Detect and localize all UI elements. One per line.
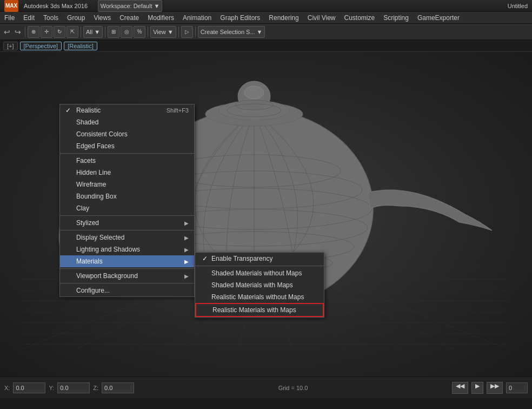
- menu-views[interactable]: Views: [89, 12, 115, 23]
- toolbar-sep-3: [105, 27, 105, 37]
- y-input[interactable]: [57, 382, 90, 393]
- menu-animation[interactable]: Animation: [178, 12, 216, 23]
- ctx-display-selected[interactable]: Display Selected ▶: [60, 232, 194, 243]
- ctx-sep-3: [60, 230, 194, 230]
- selection-dropdown[interactable]: Create Selection S... ▼: [198, 26, 265, 38]
- max-logo: MAX: [4, 0, 18, 12]
- ctx-materials[interactable]: Materials ▶: [60, 255, 194, 267]
- ctx-facets[interactable]: Facets: [60, 155, 194, 167]
- ctx-realistic-with-maps[interactable]: Realistic Materials with Maps: [195, 303, 324, 317]
- viewport-3d[interactable]: ✓ Realistic Shift+F3 Shaded Consistent C…: [0, 52, 532, 377]
- ctx-configure[interactable]: Configure...: [60, 285, 194, 296]
- view-dropdown[interactable]: View ▼: [150, 26, 176, 38]
- menu-civil-view[interactable]: Civil View: [303, 12, 340, 23]
- ctx-wireframe[interactable]: Wireframe: [60, 179, 194, 190]
- menu-edit[interactable]: Edit: [19, 12, 39, 23]
- ctx-stylized[interactable]: Stylized ▶: [60, 217, 194, 229]
- menu-modifiers[interactable]: Modifiers: [143, 12, 178, 23]
- title-bar-right: Untitled: [508, 2, 528, 10]
- bottom-bar: X: Y: Z: Grid = 10.0 ◀◀ ▶ ▶▶: [0, 377, 532, 398]
- ctx-clay[interactable]: Clay: [60, 202, 194, 214]
- play-btn[interactable]: ▶: [471, 382, 483, 394]
- grid-label: Grid = 10.0: [278, 385, 308, 391]
- undo-button[interactable]: ↩: [2, 27, 12, 37]
- ctx-lighting-shadows[interactable]: Lighting and Shadows ▶: [60, 243, 194, 255]
- menu-customize[interactable]: Customize: [340, 12, 380, 23]
- menu-rendering[interactable]: Rendering: [264, 12, 303, 23]
- context-menu-materials: ✓ Enable Transparency Shaded Materials w…: [195, 252, 324, 318]
- timeline-btn[interactable]: ◀◀: [452, 382, 468, 394]
- ctx-realistic[interactable]: ✓ Realistic Shift+F3: [60, 104, 194, 116]
- toolbar-sep-2: [81, 27, 81, 37]
- menu-tools[interactable]: Tools: [39, 12, 63, 23]
- ctx-hidden-line[interactable]: Hidden Line: [60, 167, 194, 179]
- menu-bar: File Edit Tools Group Views Create Modif…: [0, 12, 532, 24]
- ctx-realistic-no-maps[interactable]: Realistic Materials without Maps: [195, 291, 324, 303]
- viewport-perspective-label[interactable]: [Perspective]: [20, 42, 62, 50]
- ctx-sep-5: [60, 283, 194, 283]
- ctx-mat-sep-1: [195, 266, 324, 266]
- forward-btn[interactable]: ▶▶: [487, 382, 503, 394]
- z-label: Z:: [93, 385, 98, 391]
- redo-button[interactable]: ↪: [13, 27, 23, 37]
- select-button[interactable]: ⊕: [28, 26, 39, 38]
- ctx-enable-transparency[interactable]: ✓ Enable Transparency: [195, 253, 324, 265]
- untitled-label: Untitled: [508, 3, 528, 9]
- ctx-edged-faces[interactable]: Edged Faces: [60, 140, 194, 152]
- ctx-shaded-with-maps[interactable]: Shaded Materials with Maps: [195, 279, 324, 291]
- x-input[interactable]: [13, 382, 45, 393]
- ctx-viewport-bg[interactable]: Viewport Background ▶: [60, 270, 194, 282]
- menu-graph-editors[interactable]: Graph Editors: [216, 12, 264, 23]
- x-label: X:: [4, 385, 10, 391]
- ctx-consistent-colors[interactable]: Consistent Colors: [60, 128, 194, 140]
- menu-group[interactable]: Group: [63, 12, 89, 23]
- ctx-shaded[interactable]: Shaded: [60, 116, 194, 128]
- title-bar: MAX Autodesk 3ds Max 2016 Workspace: Def…: [0, 0, 532, 12]
- menu-create[interactable]: Create: [115, 12, 143, 23]
- rotate-button[interactable]: ↻: [54, 26, 65, 38]
- toolbar-sep-6: [195, 27, 196, 37]
- main-toolbar: ↩ ↪ ⊕ ✛ ↻ ⇱ All ▼ ⊞ ◎ % View ▼ ▷ Create …: [0, 24, 532, 40]
- title-bar-left: MAX Autodesk 3ds Max 2016 Workspace: Def…: [4, 0, 162, 12]
- ctx-sep-4: [60, 268, 194, 269]
- toolbar-sep-5: [178, 27, 179, 37]
- filter-dropdown[interactable]: All ▼: [83, 26, 103, 38]
- ctx-shaded-no-maps[interactable]: Shaded Materials without Maps: [195, 267, 324, 279]
- move-button[interactable]: ✛: [41, 26, 52, 38]
- viewport-label-bar: [+] [Perspective] [Realistic]: [0, 40, 532, 52]
- menu-file[interactable]: File: [0, 12, 19, 23]
- percent-snap-btn[interactable]: %: [134, 26, 145, 38]
- snap-btn[interactable]: ⊞: [108, 26, 119, 38]
- menu-scripting[interactable]: Scripting: [379, 12, 413, 23]
- toolbar-sep-1: [25, 27, 25, 37]
- ctx-sep-2: [60, 215, 194, 216]
- render-btn[interactable]: ▷: [181, 26, 193, 38]
- angle-snap-btn[interactable]: ◎: [121, 26, 132, 38]
- svg-point-30: [244, 86, 264, 99]
- viewport-plus-label[interactable]: [+]: [3, 42, 18, 50]
- y-label: Y:: [49, 385, 54, 391]
- toolbar-sep-4: [148, 27, 148, 37]
- ctx-sep-1: [60, 153, 194, 154]
- z-input[interactable]: [102, 382, 134, 393]
- app-title: Autodesk 3ds Max 2016: [24, 3, 88, 9]
- viewport-mode-label[interactable]: [Realistic]: [64, 42, 97, 50]
- context-menu-view: ✓ Realistic Shift+F3 Shaded Consistent C…: [59, 104, 195, 297]
- workspace-dropdown[interactable]: Workspace: Default ▼: [98, 0, 163, 12]
- frame-input[interactable]: [506, 382, 528, 393]
- ctx-bounding-box[interactable]: Bounding Box: [60, 190, 194, 202]
- menu-gameexporter[interactable]: GameExporter: [413, 12, 464, 23]
- scale-button[interactable]: ⇱: [66, 26, 78, 38]
